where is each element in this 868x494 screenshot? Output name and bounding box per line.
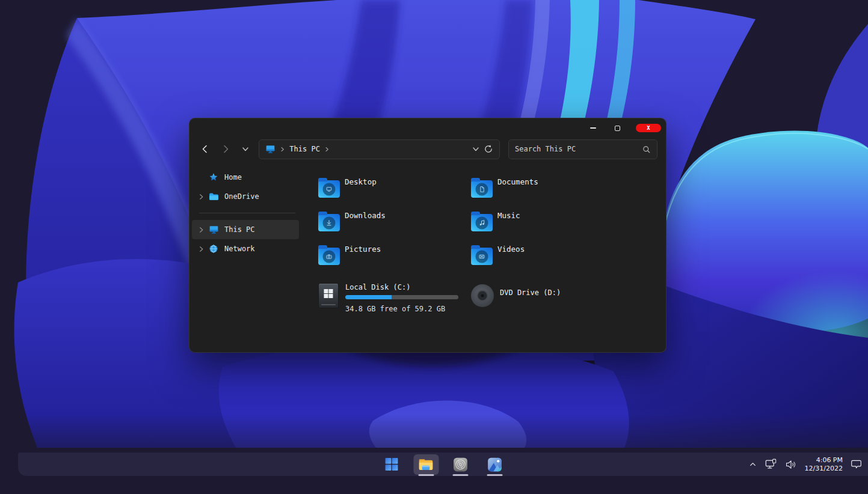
drive-item-local-disk[interactable]: Local Disk (C:) 34.8 GB free of 59.2 GB xyxy=(318,283,471,313)
folder-item-desktop[interactable]: Desktop xyxy=(318,176,471,199)
taskbar-settings-button[interactable] xyxy=(448,454,473,475)
globe-icon xyxy=(208,244,220,254)
drive-label: Local Disk (C:) xyxy=(345,283,458,291)
dvd-disc-icon xyxy=(471,284,494,307)
disk-info: Local Disk (C:) 34.8 GB free of 59.2 GB xyxy=(345,283,458,313)
forward-button[interactable] xyxy=(218,142,233,156)
refresh-icon[interactable] xyxy=(484,144,493,154)
music-emblem-icon xyxy=(476,216,488,229)
taskbar-clock[interactable]: 4:06 PM 12/31/2022 xyxy=(805,456,843,473)
windows-logo-icon xyxy=(324,289,333,298)
search-input[interactable] xyxy=(515,145,642,153)
expand-chevron-icon[interactable] xyxy=(194,194,208,200)
address-dropdown-icon[interactable] xyxy=(472,145,479,153)
folder-label: Pictures xyxy=(345,245,381,254)
drive-item-dvd[interactable]: DVD Drive (D:) xyxy=(471,283,624,313)
monitor-icon xyxy=(208,225,220,234)
documents-folder-icon xyxy=(471,180,493,198)
file-explorer-icon xyxy=(418,456,434,472)
minimize-icon xyxy=(590,127,596,129)
hard-drive-icon xyxy=(318,283,339,308)
sidebar-item-label: Home xyxy=(224,173,242,181)
folders-grid: Desktop Documents xyxy=(318,176,666,266)
volume-icon[interactable] xyxy=(785,459,797,470)
magnifier-icon xyxy=(642,145,651,154)
running-indicator xyxy=(418,474,434,476)
disk-free-text: 34.8 GB free of 59.2 GB xyxy=(345,305,458,313)
sidebar-item-home[interactable]: Home xyxy=(192,168,299,187)
close-button[interactable]: X xyxy=(636,124,661,132)
disk-usage-fill xyxy=(345,295,392,299)
folder-item-documents[interactable]: Documents xyxy=(471,176,624,199)
start-button[interactable] xyxy=(379,454,404,475)
folder-label: Music xyxy=(497,211,520,220)
pictures-emblem-icon xyxy=(323,250,336,263)
navigation-pane: Home OneDrive xyxy=(189,160,301,353)
sidebar-item-label: This PC xyxy=(224,225,255,234)
titlebar: X xyxy=(189,118,666,138)
folder-item-downloads[interactable]: Downloads xyxy=(318,210,471,233)
taskbar-photos-button[interactable] xyxy=(482,454,507,475)
sidebar-item-label: OneDrive xyxy=(224,192,259,201)
taskbar-center-icons xyxy=(379,453,507,476)
window-body: Home OneDrive xyxy=(189,160,666,353)
settings-icon xyxy=(452,457,468,472)
folder-label: Videos xyxy=(497,245,525,254)
taskbar: 4:06 PM 12/31/2022 xyxy=(18,453,868,476)
drive-label: DVD Drive (D:) xyxy=(500,288,561,297)
start-icon xyxy=(384,457,399,472)
sidebar-item-network[interactable]: Network xyxy=(192,239,299,258)
maximize-button[interactable] xyxy=(607,121,627,135)
folder-icon xyxy=(208,192,220,201)
videos-emblem-icon xyxy=(476,250,488,263)
address-bar[interactable]: This PC xyxy=(259,139,500,159)
recent-locations-button[interactable] xyxy=(239,142,253,156)
folder-item-music[interactable]: Music xyxy=(471,210,624,233)
sidebar-item-this-pc[interactable]: This PC xyxy=(192,220,299,239)
network-icon[interactable] xyxy=(765,459,777,470)
downloads-folder-icon xyxy=(318,214,340,231)
sidebar-item-onedrive[interactable]: OneDrive xyxy=(192,187,299,206)
documents-emblem-icon xyxy=(476,183,488,195)
running-indicator xyxy=(487,474,502,476)
expand-chevron-icon[interactable] xyxy=(194,246,208,252)
search-box[interactable] xyxy=(508,139,657,159)
breadcrumb-chevron-icon xyxy=(280,147,285,152)
taskbar-file-explorer-button[interactable] xyxy=(413,454,439,475)
forward-arrow-icon xyxy=(221,144,230,154)
folder-item-videos[interactable]: Videos xyxy=(471,243,624,266)
navigation-toolbar: This PC xyxy=(189,138,666,160)
folder-item-pictures[interactable]: Pictures xyxy=(318,243,471,266)
content-pane: Desktop Documents xyxy=(301,160,666,353)
maximize-icon xyxy=(615,126,620,131)
disk-usage-bar xyxy=(345,295,458,299)
minimize-button[interactable] xyxy=(583,121,603,135)
sidebar-item-label: Network xyxy=(224,245,255,253)
folder-label: Downloads xyxy=(345,211,386,220)
monitor-icon xyxy=(265,145,275,154)
pictures-folder-icon xyxy=(318,248,340,265)
back-button[interactable] xyxy=(198,142,212,156)
videos-folder-icon xyxy=(471,248,493,265)
folder-label: Documents xyxy=(497,177,538,186)
chevron-down-icon xyxy=(242,145,249,153)
desktop: X This PC xyxy=(0,0,868,494)
star-icon xyxy=(208,172,220,182)
photos-icon xyxy=(487,457,502,472)
drives-row: Local Disk (C:) 34.8 GB free of 59.2 GB … xyxy=(318,283,666,313)
breadcrumb-chevron-icon xyxy=(324,147,330,152)
running-indicator xyxy=(452,474,468,476)
breadcrumb-location[interactable]: This PC xyxy=(289,145,320,153)
music-folder-icon xyxy=(471,214,493,231)
close-icon: X xyxy=(647,126,650,131)
chevron-up-icon[interactable] xyxy=(749,460,757,468)
downloads-emblem-icon xyxy=(323,216,336,229)
notification-icon[interactable] xyxy=(851,459,862,470)
system-tray: 4:06 PM 12/31/2022 xyxy=(749,453,862,476)
back-arrow-icon xyxy=(200,144,210,154)
expand-chevron-icon[interactable] xyxy=(194,227,208,233)
sidebar-separator xyxy=(199,213,295,213)
desktop-folder-icon xyxy=(318,180,340,198)
desktop-emblem-icon xyxy=(323,183,336,195)
file-explorer-window: X This PC xyxy=(189,118,666,353)
